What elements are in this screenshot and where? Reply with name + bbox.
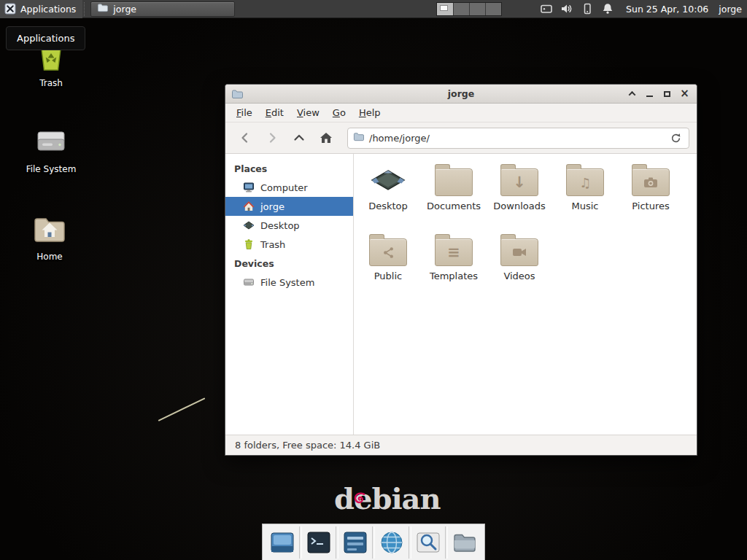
- sidebar-places-header: Places: [225, 159, 353, 178]
- documents-folder-icon: [435, 163, 473, 198]
- applications-tooltip: Applications: [6, 26, 85, 50]
- desktop-special-icon: [369, 163, 407, 198]
- menu-view[interactable]: View: [290, 104, 326, 121]
- titlebar[interactable]: jorge ×: [225, 85, 697, 104]
- show-desktop-icon: [270, 530, 295, 555]
- clock[interactable]: Sun 25 Apr, 10:06: [626, 4, 708, 15]
- sidebar-item-computer[interactable]: Computer: [225, 178, 353, 197]
- dock-terminal-button[interactable]: [303, 526, 335, 559]
- notification-bell-icon[interactable]: [601, 2, 614, 15]
- up-button[interactable]: [287, 127, 311, 149]
- shade-button[interactable]: [626, 88, 638, 100]
- taskbar-folder-icon: [97, 2, 108, 15]
- folder-label: Templates: [421, 271, 487, 281]
- sidebar-item-jorge[interactable]: jorge: [225, 197, 353, 216]
- workspace-3[interactable]: [469, 3, 485, 15]
- sidebar-item-file-system[interactable]: File System: [225, 273, 353, 292]
- desktop-icon-file-system[interactable]: File System: [16, 124, 86, 174]
- menu-go[interactable]: Go: [326, 104, 352, 121]
- dock-file-manager-button[interactable]: [449, 526, 481, 559]
- desktop-icon-home[interactable]: Home: [15, 211, 85, 262]
- volume-icon[interactable]: [560, 2, 573, 15]
- dock-separator: [372, 526, 375, 559]
- home-folder-icon: [32, 211, 67, 246]
- location-bar[interactable]: /home/jorge/: [347, 128, 689, 149]
- folder-item-music[interactable]: ♫ Music: [552, 163, 618, 231]
- sidebar-item-trash[interactable]: Trash: [225, 235, 353, 254]
- back-button[interactable]: [233, 127, 258, 149]
- taskbar-label: jorge: [113, 4, 136, 15]
- path-text[interactable]: /home/jorge/: [369, 133, 662, 144]
- list-emblem: ≡: [436, 239, 472, 265]
- workspace-4[interactable]: [485, 3, 501, 15]
- sidebar-item-label: File System: [260, 277, 314, 288]
- dock-separator: [409, 526, 411, 559]
- panel-separator: [84, 2, 87, 16]
- maximize-button[interactable]: [661, 88, 673, 100]
- dock-show-desktop-button[interactable]: [266, 526, 298, 559]
- drive-small-icon: [243, 276, 255, 288]
- folder-item-desktop[interactable]: Desktop: [355, 163, 421, 231]
- dock-separator: [336, 526, 338, 559]
- desktop-icon: [243, 219, 255, 231]
- folder-item-videos[interactable]: Videos: [487, 233, 552, 301]
- templates-folder-icon: ≡: [435, 233, 473, 268]
- menu-help[interactable]: Help: [352, 104, 387, 121]
- video-camera-emblem: [501, 239, 538, 265]
- debian-wordmark: debian: [334, 481, 441, 516]
- top-panel: Applications jorge: [0, 0, 747, 18]
- computer-icon: [243, 182, 255, 193]
- forward-button[interactable]: [260, 127, 285, 149]
- text-editor-icon: [343, 530, 368, 555]
- drive-icon: [34, 124, 69, 159]
- public-folder-icon: [369, 233, 407, 268]
- downloads-folder-icon: ↓: [500, 163, 538, 198]
- applications-menu-button[interactable]: Applications: [0, 0, 82, 18]
- download-arrow-emblem: ↓: [501, 169, 538, 195]
- home-icon: [243, 201, 255, 212]
- taskbar-button-jorge[interactable]: jorge: [90, 1, 235, 17]
- workspace-window-preview: [440, 5, 448, 11]
- dock-text-editor-button[interactable]: [339, 526, 371, 559]
- sidebar-item-label: Trash: [260, 239, 285, 250]
- debian-logo: debian: [334, 481, 441, 516]
- file-grid: Desktop Documents ↓ Downloads ♫ Mu: [354, 154, 697, 435]
- workspace-switcher[interactable]: [436, 2, 502, 16]
- dock-web-browser-button[interactable]: [376, 526, 408, 559]
- desktop-icon-label: Trash: [16, 78, 86, 88]
- folder-label: Videos: [487, 271, 552, 281]
- desktop-icon-label: Home: [15, 252, 85, 262]
- window-folder-icon: [231, 88, 243, 100]
- close-button[interactable]: ×: [678, 88, 691, 100]
- refresh-button[interactable]: [667, 130, 684, 146]
- folder-item-downloads[interactable]: ↓ Downloads: [487, 163, 552, 231]
- minimize-button[interactable]: [643, 88, 656, 100]
- home-button[interactable]: [314, 127, 338, 149]
- folder-item-templates[interactable]: ≡ Templates: [421, 233, 487, 301]
- folder-item-public[interactable]: Public: [355, 233, 421, 301]
- app-finder-magnifier-icon: [416, 530, 441, 555]
- file-manager-window: jorge × File Edit View Go Help: [225, 84, 697, 456]
- pictures-folder-icon: [632, 163, 670, 198]
- workspace-1[interactable]: [437, 3, 453, 15]
- share-emblem: [370, 239, 406, 265]
- menu-edit[interactable]: Edit: [259, 104, 290, 121]
- device-icon[interactable]: [581, 2, 594, 15]
- menubar: File Edit View Go Help: [225, 104, 697, 122]
- sidebar-item-desktop[interactable]: Desktop: [225, 216, 353, 235]
- tablet-icon[interactable]: [540, 2, 553, 15]
- sidebar-item-label: Computer: [260, 182, 308, 193]
- music-note-emblem: ♫: [567, 169, 603, 195]
- terminal-icon: [306, 530, 331, 555]
- workspace-2[interactable]: [453, 3, 469, 15]
- applications-label: Applications: [20, 4, 76, 15]
- folder-label: Pictures: [618, 201, 684, 211]
- panel-username[interactable]: jorge: [719, 4, 742, 15]
- folder-item-documents[interactable]: Documents: [421, 163, 487, 231]
- folder-item-pictures[interactable]: Pictures: [618, 163, 684, 231]
- sidebar-devices-header: Devices: [225, 254, 353, 273]
- menu-file[interactable]: File: [230, 104, 259, 121]
- videos-folder-icon: [500, 233, 538, 268]
- dock-app-finder-button[interactable]: [412, 526, 444, 559]
- bottom-dock: [262, 524, 485, 560]
